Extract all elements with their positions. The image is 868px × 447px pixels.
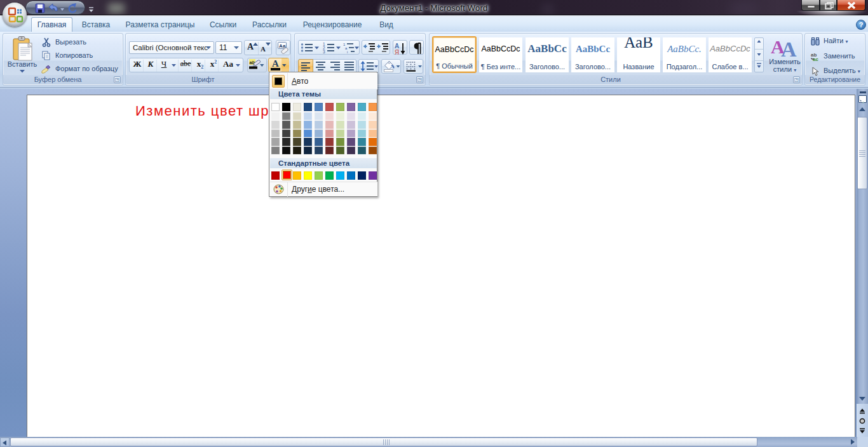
svg-text:3: 3: [323, 50, 325, 54]
svg-text:A: A: [781, 37, 797, 57]
svg-text:Аа: Аа: [279, 43, 286, 49]
svg-text:Я: Я: [395, 49, 399, 56]
svg-text:i: i: [347, 50, 348, 54]
